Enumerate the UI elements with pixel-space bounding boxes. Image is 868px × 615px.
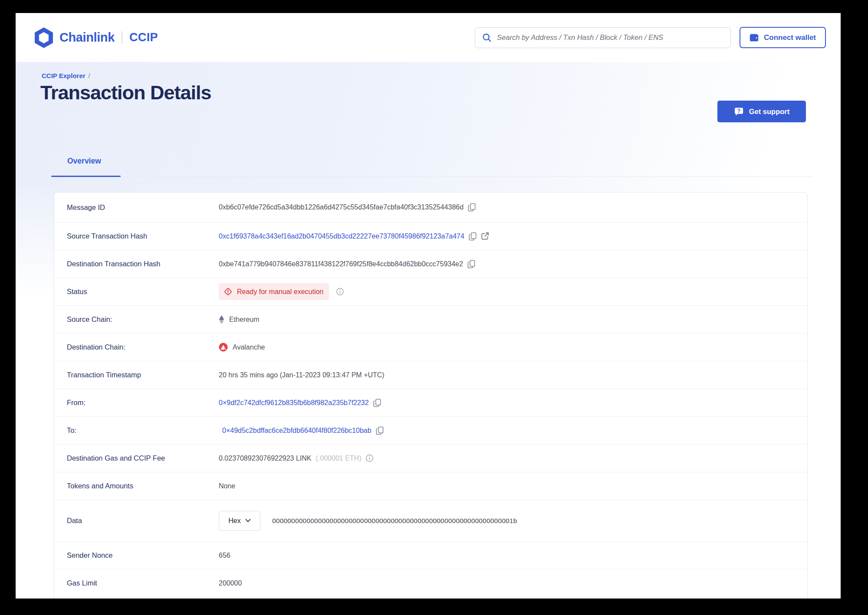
row-label: Destination Chain:: [67, 343, 219, 351]
row-partial-cutoff: [54, 597, 807, 599]
search-bar[interactable]: [475, 27, 731, 48]
row-fee: Destination Gas and CCIP Fee 0.023708923…: [54, 445, 807, 472]
breadcrumb-link[interactable]: CCIP Explorer: [42, 72, 85, 79]
to-address-link[interactable]: 0×49d5c2bdffac6ce2bfdb6640f4f80f226bc10b…: [222, 427, 372, 435]
source-tx-hash-link[interactable]: 0xc1f69378a4c343ef16ad2b0470455db3cd2222…: [219, 232, 464, 240]
ethereum-icon: [219, 315, 224, 324]
gas-limit-value: 200000: [219, 579, 242, 587]
copy-icon[interactable]: [373, 399, 381, 407]
brand[interactable]: Chainlink CCIP: [35, 27, 158, 48]
from-address-link[interactable]: 0×9df2c742dfcf9612b835fb6b8f982a235b7f22…: [219, 399, 369, 407]
chevron-down-icon: [245, 519, 251, 523]
source-chain-name: Ethereum: [229, 316, 259, 324]
row-timestamp: Transaction Timestamp 20 hrs 35 mins ago…: [54, 361, 807, 389]
tab-overview[interactable]: Overview: [67, 157, 101, 166]
brand-product: CCIP: [129, 31, 158, 44]
row-label: Source Chain:: [67, 315, 219, 324]
copy-icon[interactable]: [468, 203, 476, 212]
header: Chainlink CCIP Connect wallet: [16, 13, 841, 62]
page-title: Transaction Details: [40, 82, 211, 104]
row-data: Data Hex 0000000000000000000000000000000…: [54, 500, 807, 542]
fee-eth-equivalent: (.000001 ETH): [316, 455, 362, 462]
message-id-value: 0xb6c07efde726cd5a34dbb1226a6d4275c55d34…: [219, 203, 464, 211]
copy-icon[interactable]: [467, 260, 475, 268]
row-label: Tokens and Amounts: [67, 482, 219, 490]
row-source-chain: Source Chain: Ethereum: [54, 306, 807, 334]
row-label: Gas Limit: [67, 579, 219, 587]
get-support-label: Get support: [749, 108, 790, 116]
row-label: Transaction Timestamp: [67, 371, 219, 379]
row-source-tx-hash: Source Transaction Hash 0xc1f69378a4c343…: [54, 222, 807, 250]
row-gas-limit: Gas Limit 200000: [54, 569, 807, 597]
search-icon: [482, 33, 492, 43]
dest-chain-name: Avalanche: [233, 343, 265, 351]
row-to: To: 0×49d5c2bdffac6ce2bfdb6640f4f80f226b…: [54, 417, 807, 445]
svg-text:?: ?: [737, 108, 740, 114]
avalanche-icon: [219, 343, 228, 352]
search-input[interactable]: [497, 33, 723, 42]
row-label: Data: [67, 517, 219, 525]
row-label: Source Transaction Hash: [67, 232, 219, 240]
tab-divider: [51, 177, 812, 177]
tab-active-indicator: [51, 176, 121, 177]
copy-icon[interactable]: [469, 232, 477, 241]
row-dest-tx-hash: Destination Transaction Hash 0xbe741a779…: [54, 250, 807, 278]
row-sender-nonce: Sender Nonce 656: [54, 542, 807, 569]
transaction-details-card: Message ID 0xb6c07efde726cd5a34dbb1226a6…: [54, 192, 808, 599]
row-label: Destination Transaction Hash: [67, 260, 219, 268]
browser-viewport: Chainlink CCIP Connect wallet: [16, 13, 841, 599]
external-link-icon[interactable]: [481, 232, 489, 240]
timestamp-value: 20 hrs 35 mins ago (Jan-11-2023 09:13:47…: [219, 371, 385, 379]
row-label: To:: [67, 426, 219, 435]
info-icon[interactable]: [336, 288, 344, 296]
get-support-button[interactable]: ? Get support: [717, 101, 806, 122]
alert-diamond-icon: [224, 287, 233, 296]
row-message-id: Message ID 0xb6c07efde726cd5a34dbb1226a6…: [54, 193, 807, 222]
row-label: Message ID: [67, 203, 219, 212]
chat-question-icon: ?: [734, 107, 744, 117]
data-format-dropdown[interactable]: Hex: [219, 511, 260, 531]
row-label: From:: [67, 399, 219, 407]
row-from: From: 0×9df2c742dfcf9612b835fb6b8f982a23…: [54, 389, 807, 417]
info-icon[interactable]: [365, 454, 374, 462]
breadcrumb-separator: /: [89, 72, 90, 79]
dest-tx-hash-value: 0xbe741a779b9407846e837811f438122f769f25…: [219, 260, 463, 268]
row-status: Status Ready for manual execution: [54, 278, 807, 306]
brand-name: Chainlink: [59, 30, 115, 45]
row-tokens: Tokens and Amounts None: [54, 472, 807, 500]
row-dest-chain: Destination Chain: Avalanche: [54, 334, 807, 361]
connect-wallet-button[interactable]: Connect wallet: [740, 27, 826, 48]
wallet-icon: [750, 33, 759, 42]
row-label: Sender Nonce: [67, 551, 219, 559]
connect-wallet-label: Connect wallet: [764, 33, 816, 42]
tokens-value: None: [219, 482, 235, 490]
sender-nonce-value: 656: [219, 552, 230, 559]
fee-value: 0.023708923076922923 LINK: [219, 455, 312, 462]
row-label: Status: [67, 288, 219, 296]
breadcrumb[interactable]: CCIP Explorer/: [42, 72, 90, 79]
chainlink-logo-icon: [35, 27, 53, 48]
data-format-value: Hex: [228, 517, 240, 525]
status-text: Ready for manual execution: [237, 288, 323, 296]
data-hex-value: 0000000000000000000000000000000000000000…: [272, 517, 517, 525]
row-label: Destination Gas and CCIP Fee: [67, 454, 219, 462]
status-badge: Ready for manual execution: [219, 283, 329, 300]
brand-divider: [122, 31, 122, 44]
copy-icon[interactable]: [376, 426, 384, 435]
